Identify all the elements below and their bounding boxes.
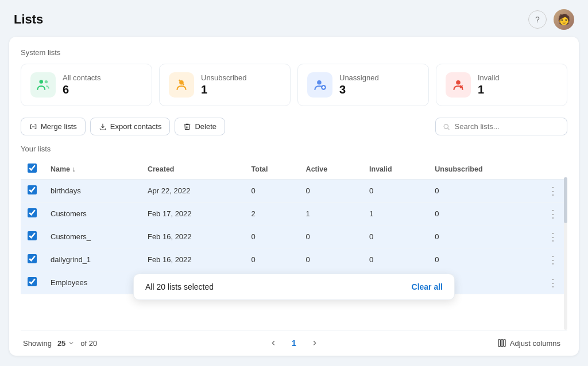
row-created: Feb 17, 2022: [141, 203, 245, 225]
system-list-all-contacts[interactable]: All contacts 6: [21, 64, 152, 106]
row-actions: ⋮: [539, 180, 567, 203]
row-checkbox[interactable]: [28, 185, 37, 194]
system-list-unassigned[interactable]: Unassigned 3: [297, 64, 429, 106]
row-active: 0: [299, 248, 362, 271]
row-checkbox[interactable]: [28, 277, 37, 286]
table-row: dailygrind_1 Feb 16, 2022 0 0 0 0 ⋮: [21, 248, 567, 271]
row-unsubscribed: 0: [428, 180, 539, 203]
export-icon: [99, 123, 107, 131]
scrollbar-track[interactable]: [564, 177, 567, 330]
export-contacts-button[interactable]: Export contacts: [90, 118, 171, 135]
avatar-image: 🧑: [554, 9, 574, 30]
export-contacts-label: Export contacts: [110, 122, 162, 131]
row-total: 0: [245, 225, 299, 248]
row-checkbox[interactable]: [28, 254, 37, 263]
invalid-info: Invalid 1: [478, 73, 500, 96]
header-checkbox-cell: [21, 159, 44, 180]
delete-button[interactable]: Delete: [175, 118, 225, 135]
all-contacts-count: 6: [63, 83, 100, 96]
row-name: dailygrind_1: [44, 248, 141, 271]
per-page-select[interactable]: 25: [55, 338, 77, 349]
invalid-icon: [446, 72, 471, 98]
toolbar: Merge lists Export contacts Delete: [21, 118, 567, 135]
row-created: Apr 22, 2022: [141, 180, 245, 203]
svg-point-8: [456, 80, 461, 85]
merge-lists-button[interactable]: Merge lists: [21, 118, 86, 135]
help-icon[interactable]: ?: [528, 10, 547, 29]
row-name: Customers: [44, 203, 141, 225]
page-1-button[interactable]: 1: [286, 335, 302, 351]
unassigned-count: 3: [339, 83, 379, 96]
header-actions: [539, 159, 567, 180]
row-unsubscribed: 0: [428, 248, 539, 271]
unassigned-info: Unassigned 3: [339, 73, 379, 96]
row-menu-button[interactable]: ⋮: [546, 186, 560, 196]
invalid-count: 1: [478, 83, 500, 96]
header-unsubscribed-label: Unsubscribed: [435, 165, 482, 173]
row-total: 0: [245, 248, 299, 271]
header-created-label: Created: [148, 165, 175, 173]
system-list-unsubscribed[interactable]: Unsubscribed 1: [159, 64, 291, 106]
showing-info: Showing 25 of 20: [23, 338, 97, 349]
header-name-label: Name ↓: [51, 165, 76, 173]
scrollbar-thumb[interactable]: [564, 177, 567, 223]
unsubscribed-info: Unsubscribed 1: [201, 73, 247, 96]
search-box[interactable]: [435, 118, 567, 135]
unsubscribed-count: 1: [201, 83, 247, 96]
unsubscribed-icon: [169, 72, 194, 98]
table-header-row: Name ↓ Created Total Active Invalid: [21, 159, 567, 180]
svg-point-0: [40, 80, 44, 84]
row-checkbox-cell: [21, 180, 44, 203]
invalid-name: Invalid: [478, 73, 500, 82]
row-actions: ⋮: [539, 225, 567, 248]
system-list-invalid[interactable]: Invalid 1: [436, 64, 567, 106]
svg-line-12: [448, 128, 450, 130]
header-invalid[interactable]: Invalid: [362, 159, 428, 180]
header-actions: ? 🧑: [528, 9, 574, 30]
next-page-button[interactable]: [307, 335, 323, 351]
row-created: Feb 16, 2022: [141, 225, 245, 248]
row-invalid: 1: [362, 203, 428, 225]
row-checkbox-cell: [21, 203, 44, 225]
your-lists-label: Your lists: [21, 145, 567, 153]
unassigned-name: Unassigned: [339, 73, 379, 82]
adjust-columns-button[interactable]: Adjust columns: [493, 336, 565, 350]
row-menu-button[interactable]: ⋮: [546, 232, 560, 242]
columns-icon: [497, 338, 506, 348]
svg-point-11: [444, 124, 448, 128]
clear-all-button[interactable]: Clear all: [412, 282, 443, 291]
header-unsubscribed[interactable]: Unsubscribed: [428, 159, 539, 180]
row-menu-button[interactable]: ⋮: [546, 209, 560, 219]
row-name: Customers_: [44, 225, 141, 248]
row-total: 2: [245, 203, 299, 225]
all-contacts-name: All contacts: [63, 73, 100, 82]
row-active: 0: [299, 180, 362, 203]
header-total[interactable]: Total: [245, 159, 299, 180]
prev-page-button[interactable]: [265, 335, 281, 351]
header-name[interactable]: Name ↓: [44, 159, 141, 180]
header-created[interactable]: Created: [141, 159, 245, 180]
row-menu-button[interactable]: ⋮: [546, 255, 560, 265]
next-icon: [311, 339, 319, 347]
table-row: birthdays Apr 22, 2022 0 0 0 0 ⋮: [21, 180, 567, 203]
page-title: Lists: [14, 12, 43, 27]
search-input[interactable]: [455, 122, 560, 131]
system-lists-label: System lists: [21, 48, 567, 57]
all-contacts-icon: [30, 72, 56, 98]
row-menu-button[interactable]: ⋮: [546, 278, 560, 288]
unsubscribed-name: Unsubscribed: [201, 73, 247, 82]
adjust-columns-label: Adjust columns: [510, 339, 560, 348]
prev-icon: [269, 339, 277, 347]
row-checkbox[interactable]: [28, 231, 37, 240]
header-active[interactable]: Active: [299, 159, 362, 180]
avatar[interactable]: 🧑: [554, 9, 574, 30]
row-name: Employees: [44, 271, 141, 294]
select-all-checkbox[interactable]: [28, 163, 37, 173]
main-card: System lists All contacts 6: [9, 37, 579, 356]
row-actions: ⋮: [539, 203, 567, 225]
row-invalid: 0: [362, 248, 428, 271]
selection-toast: All 20 lists selected Clear all: [133, 274, 455, 300]
row-checkbox-cell: [21, 225, 44, 248]
row-unsubscribed: 0: [428, 225, 539, 248]
row-checkbox[interactable]: [28, 208, 37, 217]
